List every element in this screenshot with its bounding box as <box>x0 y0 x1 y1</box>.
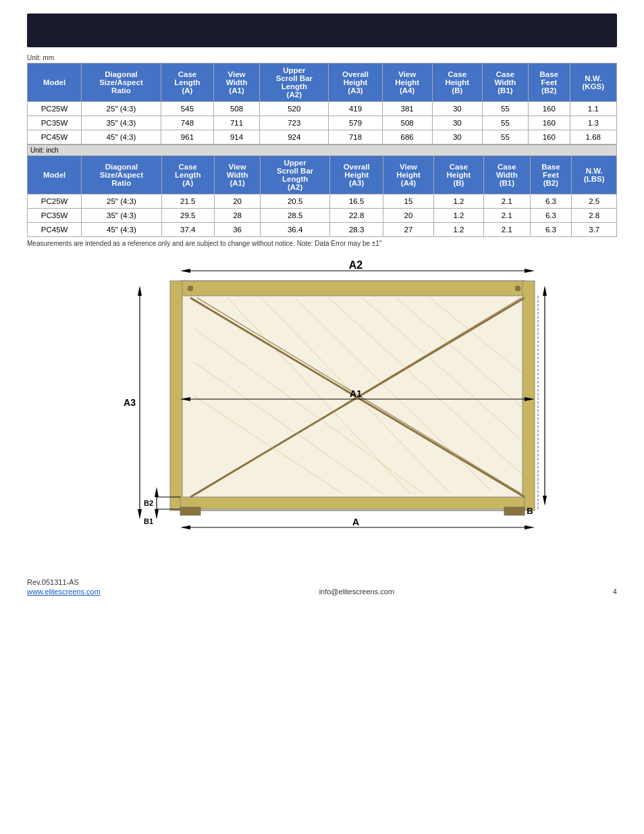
svg-text:A3: A3 <box>124 397 136 408</box>
table-cell: 2.1 <box>484 209 530 223</box>
table-cell: 28.5 <box>261 209 330 223</box>
diagram-svg: A2 A1 A A3 A4 B <box>92 261 552 544</box>
table-cell: 29.5 <box>161 209 214 223</box>
table-cell: 55 <box>482 130 528 145</box>
table-cell: 16.5 <box>329 194 383 209</box>
svg-text:A2: A2 <box>349 261 363 271</box>
table-cell: 3.7 <box>572 223 617 237</box>
table-cell: 520 <box>260 102 329 116</box>
svg-rect-50 <box>180 507 200 515</box>
table-cell: 160 <box>529 130 570 145</box>
table-cell: 45″ (4:3) <box>82 223 161 237</box>
table-cell: PC35W <box>28 116 82 130</box>
mm-unit-label: Unit: mm <box>27 54 617 61</box>
table-cell: 1.3 <box>570 116 616 130</box>
table-cell: 160 <box>529 116 570 130</box>
table-cell: 21.5 <box>161 194 214 209</box>
svg-marker-22 <box>180 269 190 273</box>
svg-rect-4 <box>170 281 182 511</box>
footer: Rev.051311-AS www.elitescreens.com info@… <box>27 571 617 596</box>
col-upper-scroll-inch: UpperScroll BarLength(A2) <box>261 156 330 194</box>
table-cell: 1.2 <box>433 223 483 237</box>
footer-email: info@elitescreens.com <box>319 588 394 596</box>
svg-rect-51 <box>504 507 525 515</box>
table-cell: 35″ (4:3) <box>82 116 161 130</box>
svg-marker-23 <box>525 269 535 273</box>
inch-unit-row: Unit: inch <box>28 145 617 156</box>
col-diagonal-mm: DiagonalSize/AspectRatio <box>82 63 161 102</box>
svg-rect-6 <box>180 497 525 509</box>
table-cell: 1.2 <box>433 194 483 209</box>
table-cell: 45″ (4:3) <box>82 130 161 145</box>
table-cell: 1.2 <box>433 209 483 223</box>
table-cell: 22.8 <box>329 209 383 223</box>
website-link[interactable]: www.elitescreens.com <box>27 588 101 596</box>
table-cell: 2.5 <box>572 194 617 209</box>
col-upper-scroll-mm: UpperScroll BarLength(A2) <box>260 63 329 102</box>
svg-marker-30 <box>180 525 190 529</box>
table-cell: 6.3 <box>530 209 572 223</box>
table-cell: 55 <box>482 102 528 116</box>
col-nw-kgs: N.W.(KGS) <box>570 63 616 102</box>
table-cell: 723 <box>260 116 329 130</box>
svg-marker-31 <box>525 525 535 529</box>
table-cell: 15 <box>383 194 433 209</box>
col-case-length-inch: CaseLength(A) <box>161 156 214 194</box>
table-cell: 28.3 <box>329 223 383 237</box>
header-bar <box>27 14 617 47</box>
table-cell: 2.1 <box>484 223 530 237</box>
inch-unit-label: Unit: inch <box>28 145 617 156</box>
table-cell: 381 <box>382 102 432 116</box>
table-cell: 924 <box>260 130 329 145</box>
inch-table: Unit: inch Model DiagonalSize/AspectRati… <box>27 145 617 237</box>
table-cell: 2.1 <box>484 194 530 209</box>
table-row: PC45W45″ (4:3)96191492471868630551601.68 <box>28 130 617 145</box>
table-cell: 30 <box>432 116 482 130</box>
col-overall-height-mm: OverallHeight(A3) <box>329 63 382 102</box>
svg-marker-46 <box>155 487 159 497</box>
table-cell: 36 <box>214 223 260 237</box>
col-diagonal-inch: DiagonalSize/AspectRatio <box>82 156 161 194</box>
table-cell: 6.3 <box>530 223 572 237</box>
table-cell: 20 <box>383 209 433 223</box>
table-cell: 20 <box>214 194 260 209</box>
col-model-inch: Model <box>28 156 82 194</box>
table-cell: PC25W <box>28 102 82 116</box>
revision-label: Rev.051311-AS <box>27 578 101 586</box>
table-cell: 508 <box>213 102 259 116</box>
table-cell: 748 <box>161 116 213 130</box>
table-cell: 545 <box>161 102 213 116</box>
svg-point-2 <box>188 286 193 291</box>
table-cell: 711 <box>213 116 259 130</box>
col-nw-lbs: N.W.(LBS) <box>572 156 617 194</box>
table-cell: 20.5 <box>261 194 330 209</box>
table-row: PC35W35″ (4:3)74871172357950830551601.3 <box>28 116 617 130</box>
table-cell: 25″ (4:3) <box>82 194 161 209</box>
svg-point-3 <box>515 286 520 291</box>
table-cell: 55 <box>482 116 528 130</box>
diagram-container: A2 A1 A A3 A4 B <box>27 261 617 544</box>
svg-rect-1 <box>180 281 525 296</box>
table-cell: 508 <box>382 116 432 130</box>
table-cell: 686 <box>382 130 432 145</box>
table-cell: 579 <box>329 116 382 130</box>
table-cell: 37.4 <box>161 223 214 237</box>
col-case-height-mm: CaseHeight(B) <box>432 63 482 102</box>
table-cell: PC35W <box>28 209 82 223</box>
table-row: PC35W35″ (4:3)29.52828.522.8201.22.16.32… <box>28 209 617 223</box>
table-row: PC45W45″ (4:3)37.43636.428.3271.22.16.33… <box>28 223 617 237</box>
table-cell: 28 <box>214 209 260 223</box>
col-view-height-mm: ViewHeight(A4) <box>382 63 432 102</box>
svg-marker-38 <box>543 286 547 296</box>
table-cell: 914 <box>213 130 259 145</box>
table-cell: 27 <box>383 223 433 237</box>
table-cell: 419 <box>329 102 382 116</box>
svg-marker-47 <box>155 509 159 519</box>
table-cell: 30 <box>432 130 482 145</box>
table-cell: 36.4 <box>261 223 330 237</box>
svg-text:A: A <box>352 517 359 527</box>
table-cell: 35″ (4:3) <box>82 209 161 223</box>
svg-marker-39 <box>543 496 547 506</box>
page-number: 4 <box>613 588 617 596</box>
table-cell: 160 <box>529 102 570 116</box>
